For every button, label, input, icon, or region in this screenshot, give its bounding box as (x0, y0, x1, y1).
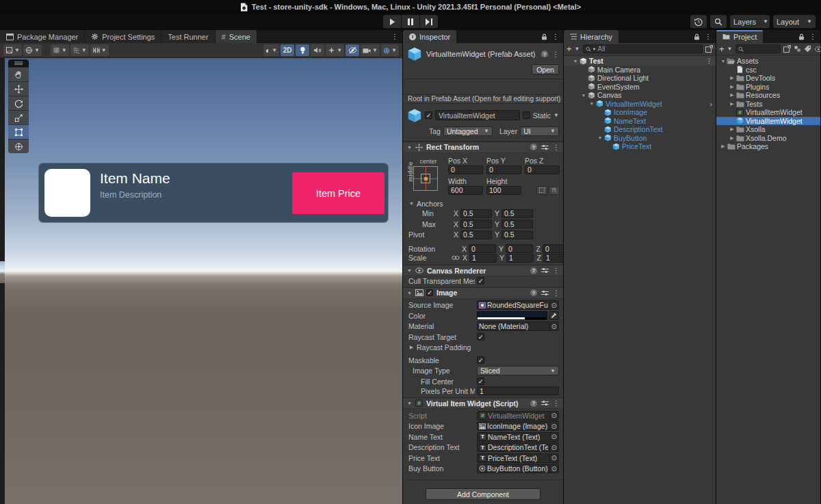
hierarchy-item-eventsystem[interactable]: EventSystem (564, 83, 716, 92)
foldout-icon[interactable]: ▶ (729, 127, 735, 132)
project-item-resources[interactable]: ▶Resources (716, 91, 820, 100)
scene-audio-button[interactable] (311, 44, 324, 56)
height-field[interactable]: 100 (486, 186, 521, 195)
hierarchy-item-buybutton[interactable]: ▼BuyButton (564, 134, 716, 143)
hierarchy-item-virtualitemwidget[interactable]: ▼VirtualItemWidget› (564, 100, 716, 109)
foldout-icon[interactable]: ▼ (580, 93, 587, 98)
search-window-icon[interactable] (783, 45, 791, 53)
kebab-icon[interactable]: ⋮ (552, 51, 559, 58)
help-icon[interactable]: ? (530, 267, 537, 274)
create-menu-button[interactable]: + (566, 46, 572, 53)
rect-tool-button[interactable] (8, 124, 29, 139)
anchor-max-y-field[interactable]: 0.5 (501, 220, 533, 228)
eyedropper-icon[interactable] (549, 311, 559, 320)
tool-handle-position-button[interactable]: ▼ (3, 44, 22, 56)
overlay-handle-icon[interactable] (8, 59, 29, 67)
foldout-icon[interactable]: ▼ (408, 201, 415, 206)
presets-icon[interactable] (541, 290, 549, 296)
object-picker-icon[interactable]: ⊙ (549, 323, 557, 330)
fill-center-checkbox[interactable]: ✓ (477, 377, 484, 385)
cull-transparent-mesh-checkbox[interactable]: ✓ (477, 277, 484, 284)
object-field[interactable]: IconImage (Image)⊙ (477, 421, 559, 431)
anchor-min-x-field[interactable]: 0.5 (460, 209, 492, 218)
hierarchy-item-directional-light[interactable]: Directional Light (564, 74, 716, 83)
hierarchy-search-input[interactable]: ▼ All (583, 44, 703, 53)
scene-lighting-button[interactable] (296, 44, 309, 56)
foldout-icon[interactable]: ▼ (572, 59, 579, 64)
hierarchy-item-main-camera[interactable]: Main Camera (564, 66, 716, 75)
foldout-icon[interactable]: ▼ (406, 291, 413, 295)
kebab-icon[interactable]: ⋮ (391, 33, 398, 40)
object-field[interactable]: TDescriptionText (Text)⊙ (477, 442, 559, 452)
tab-project[interactable]: Project (716, 30, 763, 43)
rotate-tool-button[interactable] (8, 96, 29, 110)
gizmos-button[interactable]: ⊕ ▼ (381, 44, 399, 56)
search-button[interactable] (710, 15, 727, 28)
chevron-down-icon[interactable]: ▼ (575, 46, 580, 52)
tool-handle-rotation-button[interactable]: ▼ (23, 44, 42, 56)
lock-icon[interactable] (541, 34, 547, 40)
help-icon[interactable]: ? (530, 400, 537, 407)
2d-mode-button[interactable]: 2D (281, 44, 294, 56)
hierarchy-item-test[interactable]: ▼Test⋮ (564, 57, 716, 66)
scene-visibility-button[interactable] (346, 44, 359, 56)
buy-button-preview[interactable]: Item Price (292, 172, 385, 214)
hierarchy-item-pricetext[interactable]: PriceText (564, 142, 716, 151)
object-field[interactable]: #VirtualItemWidget⊙ (477, 411, 559, 421)
foldout-icon[interactable]: ▶ (729, 84, 735, 90)
material-field[interactable]: None (Material) ⊙ (477, 321, 559, 331)
foldout-icon[interactable]: ▶ (729, 135, 735, 141)
rotation-x-field[interactable]: 0 (469, 244, 496, 253)
project-item-devtools[interactable]: ▶DevTools (716, 74, 820, 83)
kebab-icon[interactable]: ⋮ (553, 144, 560, 151)
scene-camera-button[interactable]: ▼ (361, 44, 380, 56)
image-type-dropdown[interactable]: Sliced▼ (477, 366, 559, 375)
lock-icon[interactable] (694, 34, 700, 40)
source-image-field[interactable]: RoundedSquareFull@ ⊙ (477, 300, 559, 310)
increment-snap-button[interactable]: ▼ (90, 44, 109, 56)
hierarchy-item-canvas[interactable]: ▼Canvas (564, 91, 716, 100)
raw-edit-mode-button[interactable]: R (549, 186, 560, 195)
project-item-xsolla-demo[interactable]: ▶Xsolla.Demo (716, 134, 820, 143)
foldout-icon[interactable]: ▼ (406, 145, 413, 150)
chevron-down-icon[interactable]: ▼ (592, 47, 597, 51)
label-icon[interactable] (804, 45, 811, 53)
step-button[interactable] (420, 15, 438, 28)
foldout-icon[interactable]: ▶ (729, 92, 735, 98)
pixels-per-unit-field[interactable]: 1 (477, 386, 559, 395)
anchor-preset-box[interactable] (413, 166, 438, 191)
foldout-icon[interactable]: ▼ (588, 101, 595, 106)
foldout-icon[interactable]: ▼ (406, 268, 413, 273)
project-item-tests[interactable]: ▶Tests (716, 100, 820, 109)
kebab-icon[interactable]: ⋮ (553, 399, 560, 407)
foldout-icon[interactable]: ▶ (729, 101, 735, 107)
project-item-assets[interactable]: ▼Assets (716, 57, 820, 66)
kebab-icon[interactable]: ⋮ (552, 33, 559, 40)
pos-z-field[interactable]: 0 (525, 165, 560, 174)
foldout-icon[interactable]: ▶ (729, 75, 735, 81)
foldout-icon[interactable]: ▶ (408, 345, 415, 350)
add-component-button[interactable]: Add Component (426, 488, 540, 500)
tab-scene[interactable]: # Scene (216, 30, 257, 43)
object-picker-icon[interactable]: ⊙ (549, 423, 557, 430)
project-item-virtualitemwidget[interactable]: VirtualItemWidget (716, 117, 820, 126)
kebab-icon[interactable]: ⋮ (705, 33, 712, 40)
pos-y-field[interactable]: 0 (486, 165, 521, 174)
static-checkbox[interactable] (523, 111, 530, 119)
foldout-icon[interactable]: ▶ (720, 144, 727, 149)
kebab-icon[interactable]: ⋮ (706, 57, 712, 64)
scene-effects-button[interactable]: ▼ (326, 44, 344, 56)
presets-icon[interactable] (541, 267, 549, 274)
tab-package-manager[interactable]: Package Manager (0, 30, 84, 43)
grid-snap-button[interactable]: ▼ (70, 44, 89, 56)
rotation-z-field[interactable]: 0 (543, 244, 563, 253)
scale-tool-button[interactable] (8, 110, 29, 124)
presets-icon[interactable] (541, 400, 549, 406)
tab-project-settings[interactable]: Project Settings (85, 30, 161, 43)
help-icon[interactable]: ? (530, 144, 537, 150)
hidden-packages-icon[interactable] (814, 46, 821, 53)
tab-inspector[interactable]: i Inspector (403, 30, 456, 43)
grid-visibility-button[interactable]: ▼ (51, 44, 69, 56)
create-menu-button[interactable]: + (719, 46, 725, 53)
foldout-icon[interactable]: ▼ (406, 401, 413, 406)
